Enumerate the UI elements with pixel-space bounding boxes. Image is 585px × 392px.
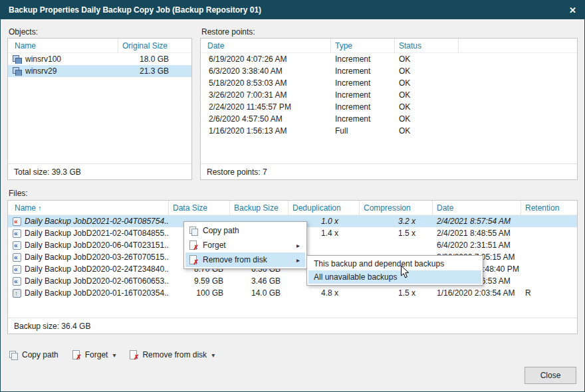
object-name: winsrv29 bbox=[25, 66, 57, 76]
file-date: 2/4/2021 8:48:55 AM bbox=[433, 229, 521, 238]
restore-point-row[interactable]: 6/19/2020 4:07:26 AMIncrementOK bbox=[201, 53, 577, 65]
file-row[interactable]: Daily Backup JobD2020-02-06T060653...9.5… bbox=[8, 275, 577, 287]
restore-point-row[interactable]: 2/6/2020 4:57:50 AMIncrementOK bbox=[201, 113, 577, 125]
menu-item-remove-from-disk[interactable]: Remove from disk▸ bbox=[185, 252, 305, 267]
column-header-original-size[interactable]: Original Size bbox=[118, 39, 191, 52]
menu-item-label: Copy path bbox=[203, 226, 239, 235]
menu-item-forget[interactable]: Forget▸ bbox=[185, 238, 305, 252]
toolbar-button-remove-from-disk[interactable]: Remove from disk▾ bbox=[129, 350, 215, 359]
restore-status: OK bbox=[395, 66, 459, 76]
file-row[interactable]: Daily Backup JobD2020-01-16T020354...100… bbox=[8, 287, 577, 299]
restore-type: Increment bbox=[331, 102, 395, 112]
vm-icon bbox=[13, 55, 22, 64]
restore-status: OK bbox=[395, 126, 459, 136]
file-name: Daily Backup JobD2021-02-04T084855... bbox=[25, 229, 169, 238]
backup-file-icon bbox=[13, 265, 21, 274]
column-header-deduplication[interactable]: Deduplication bbox=[289, 201, 360, 215]
backup-file-icon bbox=[13, 229, 21, 238]
restore-type: Increment bbox=[331, 54, 395, 64]
object-row[interactable]: winsrv10018.0 GB bbox=[8, 53, 191, 65]
restore-type: Full bbox=[331, 126, 395, 136]
submenu-item-all-unavailable-backups[interactable]: All unavailable backups bbox=[308, 270, 481, 284]
column-header-type[interactable]: Type bbox=[331, 39, 395, 52]
restore-status: OK bbox=[395, 102, 459, 112]
file-name: Daily Backup JobD2020-01-16T020354... bbox=[25, 288, 169, 298]
file-compression: 1.5 x bbox=[360, 288, 433, 298]
objects-footer: Total size: 39.3 GB bbox=[8, 163, 191, 179]
restore-type: Increment bbox=[331, 66, 395, 76]
submenu-arrow-icon: ▸ bbox=[296, 242, 300, 249]
close-button[interactable]: Close bbox=[525, 367, 576, 384]
restore-point-row[interactable]: 5/18/2020 8:53:03 AMIncrementOK bbox=[201, 77, 577, 89]
file-date: 1/16/2020 2:03:54 AM bbox=[433, 288, 521, 298]
menu-item-copy-path[interactable]: Copy path bbox=[185, 223, 305, 238]
column-header-compression[interactable]: Compression bbox=[360, 201, 433, 215]
restore-date: 5/18/2020 8:53:03 AM bbox=[201, 78, 331, 88]
column-header-date[interactable]: Date bbox=[201, 39, 331, 52]
file-retention: R bbox=[521, 288, 577, 298]
restore-point-row[interactable]: 3/26/2020 7:00:31 AMIncrementOK bbox=[201, 89, 577, 101]
toolbar-button-copy-path[interactable]: Copy path bbox=[9, 350, 58, 359]
objects-label: Objects: bbox=[9, 27, 38, 37]
column-header-file-name[interactable]: Name ↑ bbox=[8, 201, 169, 215]
forget-icon bbox=[189, 241, 198, 250]
restore-status: OK bbox=[395, 114, 459, 124]
restore-points-label: Restore points: bbox=[201, 27, 255, 37]
remove-icon bbox=[129, 350, 138, 359]
backup-file-icon bbox=[13, 217, 21, 226]
restore-point-row[interactable]: 1/16/2020 1:56:13 AMFullOK bbox=[201, 125, 577, 137]
restore-type: Increment bbox=[331, 114, 395, 124]
window-title: Backup Properties Daily Backup Copy Job … bbox=[9, 5, 261, 15]
restore-point-row[interactable]: 2/24/2020 11:45:57 PMIncrementOK bbox=[201, 101, 577, 113]
file-backup-size: 14.0 GB bbox=[230, 288, 289, 298]
chevron-down-icon: ▾ bbox=[211, 351, 215, 359]
toolbar-button-label: Forget bbox=[85, 350, 108, 359]
object-name: winsrv100 bbox=[25, 54, 61, 64]
column-header-data-size[interactable]: Data Size bbox=[169, 201, 230, 215]
restore-points-panel: Date Type Status 6/19/2020 4:07:26 AMInc… bbox=[200, 38, 578, 180]
close-icon[interactable]: ✕ bbox=[569, 5, 576, 15]
context-submenu: This backup and dependent backupsAll una… bbox=[306, 255, 483, 286]
submenu-item-this-backup-and-dependent-backups[interactable]: This backup and dependent backups bbox=[308, 257, 481, 270]
toolbar-button-label: Remove from disk bbox=[142, 350, 207, 359]
column-header-filler bbox=[459, 39, 577, 52]
submenu-item-label: This backup and dependent backups bbox=[314, 259, 444, 268]
column-header-status[interactable]: Status bbox=[395, 39, 459, 52]
context-menu: Copy pathForget▸Remove from disk▸ bbox=[183, 221, 307, 269]
column-header-backup-size[interactable]: Backup Size bbox=[230, 201, 289, 215]
restore-type: Increment bbox=[331, 90, 395, 100]
column-header-name[interactable]: Name bbox=[8, 39, 118, 52]
file-name: Daily Backup JobD2020-06-04T023151... bbox=[25, 241, 169, 250]
backup-file-icon bbox=[13, 241, 21, 250]
copy-icon bbox=[189, 226, 198, 235]
file-name: Daily Backup JobD2020-02-06T060653... bbox=[25, 276, 169, 286]
object-row[interactable]: winsrv2921.3 GB bbox=[8, 65, 191, 77]
restore-date: 2/24/2020 11:45:57 PM bbox=[201, 102, 331, 112]
file-date: 2/4/2021 8:57:54 AM bbox=[433, 217, 521, 226]
menu-item-label: Forget bbox=[203, 241, 226, 250]
file-backup-size: 3.46 GB bbox=[230, 276, 289, 286]
restore-point-row[interactable]: 6/3/2020 3:38:40 AMIncrementOK bbox=[201, 65, 577, 77]
restore-table-body: 6/19/2020 4:07:26 AMIncrementOK6/3/2020 … bbox=[201, 53, 577, 137]
file-data-size: 9.59 GB bbox=[169, 276, 230, 286]
restore-status: OK bbox=[395, 54, 459, 64]
vm-icon bbox=[13, 67, 22, 76]
restore-points-footer: Restore points: 7 bbox=[201, 163, 577, 179]
file-date: 6/4/2020 2:31:51 AM bbox=[433, 241, 521, 250]
toolbar: Copy pathForget▾Remove from disk▾ bbox=[9, 346, 215, 363]
file-name: Daily Backup JobD2020-02-24T234840... bbox=[25, 264, 169, 274]
titlebar: Backup Properties Daily Backup Copy Job … bbox=[1, 1, 584, 19]
sort-ascending-icon: ↑ bbox=[38, 204, 42, 212]
restore-type: Increment bbox=[331, 78, 395, 88]
object-original-size: 18.0 GB bbox=[118, 54, 191, 64]
object-original-size: 21.3 GB bbox=[118, 66, 191, 76]
forget-icon bbox=[72, 350, 81, 359]
remove-icon bbox=[189, 255, 198, 264]
column-header-retention[interactable]: Retention bbox=[521, 201, 577, 215]
objects-table-header: Name Original Size bbox=[8, 39, 191, 53]
file-name: Daily Backup JobD2020-03-26T070515... bbox=[25, 252, 169, 262]
submenu-arrow-icon: ▸ bbox=[296, 256, 300, 264]
toolbar-button-forget[interactable]: Forget▾ bbox=[72, 350, 116, 359]
objects-table-body: winsrv10018.0 GBwinsrv2921.3 GB bbox=[8, 53, 191, 77]
column-header-file-date[interactable]: Date bbox=[433, 201, 521, 215]
